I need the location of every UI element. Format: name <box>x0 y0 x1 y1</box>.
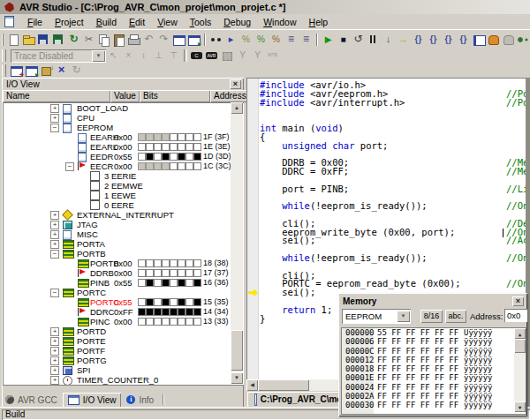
bit-clear[interactable] <box>170 318 178 326</box>
undo-button[interactable] <box>141 33 156 47</box>
bit-set[interactable] <box>162 308 170 316</box>
bit-unused[interactable] <box>154 133 162 141</box>
title-bar[interactable]: AVR Studio - [C:\Prog_AVR_C\mon_projet\m… <box>0 0 530 14</box>
memory-row[interactable]: 000012FF FF FF FF FF FFÿÿÿÿÿÿ <box>342 356 526 364</box>
bit-set[interactable] <box>193 279 201 287</box>
checkbox[interactable] <box>90 191 100 200</box>
bit-clear[interactable] <box>178 269 186 277</box>
net2-button[interactable] <box>250 49 265 63</box>
io-register-row[interactable]: −EECR0x001C (3C) <box>4 161 244 171</box>
bit-unused[interactable] <box>154 162 162 170</box>
menu-debug[interactable]: Debug <box>217 15 257 29</box>
io-group-row[interactable]: +SPI <box>4 365 244 375</box>
bit-clear[interactable] <box>162 259 170 267</box>
code-line[interactable]: while(!eeprom_is_ready());//On <box>260 254 526 263</box>
io-bit-row[interactable]: 3 EERIE <box>4 171 244 181</box>
io-group-row[interactable]: −EEPROM <box>4 123 244 132</box>
pct2-button[interactable] <box>254 33 269 47</box>
scrollbar-thumb[interactable] <box>258 379 309 391</box>
memory-row[interactable]: 00000055 FF FF FF FF FFUÿÿÿÿÿ <box>342 328 526 337</box>
bit-clear[interactable] <box>138 143 146 151</box>
stepin-button[interactable] <box>381 33 396 47</box>
bit-clear[interactable] <box>193 143 201 151</box>
io-group-row[interactable]: +JTAG <box>4 220 244 229</box>
bit-clear[interactable] <box>186 162 193 170</box>
bit-clear[interactable] <box>146 143 154 151</box>
toggle-8-16-button[interactable]: 8/16 <box>420 310 443 323</box>
expand-icon[interactable]: + <box>50 230 59 239</box>
delx-button[interactable] <box>121 49 136 63</box>
expand-icon[interactable]: + <box>50 240 59 249</box>
memory-row[interactable]: 00002AFF FF FF FF FF FFÿÿÿÿÿÿ <box>342 392 526 401</box>
watch-button[interactable] <box>516 33 530 47</box>
expand-icon[interactable]: + <box>50 366 59 375</box>
close-icon[interactable]: × <box>512 296 524 306</box>
bit-set[interactable] <box>162 298 170 306</box>
io-group-row[interactable]: +PORTG <box>4 356 244 365</box>
bit-clear[interactable] <box>186 279 193 287</box>
bit-unused[interactable] <box>138 162 146 170</box>
bit-clear[interactable] <box>170 162 178 170</box>
io-group-row[interactable]: +PORTE <box>4 336 244 346</box>
io-group-row[interactable]: +EXTERNAL_INTERRUPT <box>4 210 244 220</box>
code-line[interactable]: unsigned char port; <box>260 142 526 151</box>
memory-scrollbar[interactable]: ▲ ▼ <box>514 328 526 412</box>
totop-button[interactable] <box>166 49 181 63</box>
collapse-icon[interactable]: − <box>50 250 59 259</box>
bit-clear[interactable] <box>186 298 193 306</box>
bit-set[interactable] <box>193 308 201 316</box>
memory-title-bar[interactable]: Memory × <box>340 295 526 307</box>
bit-clear[interactable] <box>178 143 186 151</box>
copy-button[interactable] <box>96 33 111 47</box>
code-line[interactable]: sei();//Ac <box>260 236 526 245</box>
menu-window[interactable]: Window <box>257 15 302 29</box>
io-group-row[interactable]: +TIMER_COUNTER_0 <box>4 375 244 385</box>
pct1-button[interactable] <box>238 33 254 47</box>
expand-icon[interactable]: + <box>50 376 59 385</box>
saveall-button[interactable] <box>51 33 66 47</box>
io-view-title-bar[interactable]: I/O View × <box>3 79 243 91</box>
open-button[interactable] <box>21 33 36 47</box>
memory-grid[interactable]: 00000055 FF FF FF FF FFUÿÿÿÿÿ000006FF FF… <box>341 327 526 415</box>
shownext-button[interactable] <box>396 33 411 47</box>
source-code[interactable]: #include <avr/io.h>#include <avr/eeprom.… <box>260 81 526 323</box>
redo-button[interactable] <box>156 33 171 47</box>
bit-set[interactable] <box>178 308 186 316</box>
winrun-button[interactable] <box>24 64 39 78</box>
findnext-button[interactable] <box>223 33 238 47</box>
bit-clear[interactable] <box>193 259 201 267</box>
save-button[interactable] <box>36 33 51 47</box>
new-button[interactable] <box>6 33 21 47</box>
io-group-row[interactable]: −PORTB <box>4 249 244 259</box>
memory-window[interactable]: Memory × EEPROM ▼ 8/16 abc. Address: 0x0… <box>338 293 527 416</box>
pause-button[interactable] <box>366 33 381 47</box>
expand-icon[interactable]: + <box>50 337 59 346</box>
bit-clear[interactable] <box>178 259 186 267</box>
bit-clear[interactable] <box>193 162 201 170</box>
winplus-button[interactable] <box>9 64 24 78</box>
bit-set[interactable] <box>186 308 193 316</box>
io-group-row[interactable]: +PORTF <box>4 346 244 356</box>
pkg-button[interactable] <box>39 64 54 78</box>
io-register-row[interactable]: EEDR0x551D (3D) <box>4 152 244 161</box>
io-register-row[interactable]: EEARL0x001E (3E) <box>4 142 244 152</box>
bit-clear[interactable] <box>170 298 178 306</box>
bit-set[interactable] <box>146 153 154 161</box>
collapse-icon[interactable]: − <box>50 289 59 297</box>
bit-clear[interactable] <box>170 259 178 267</box>
paste-button[interactable] <box>111 33 126 47</box>
bit-set[interactable] <box>162 153 170 161</box>
bit-set[interactable] <box>178 279 186 287</box>
bit-clear[interactable] <box>154 318 162 326</box>
bluex-button[interactable] <box>54 64 69 78</box>
brace3-button[interactable] <box>441 33 456 47</box>
column-header-bits[interactable]: Bits <box>140 90 210 102</box>
code-line[interactable]: DDRC = 0xFF;//Me <box>260 168 526 176</box>
address-input[interactable]: 0x0 <box>504 309 527 322</box>
bit-clear[interactable] <box>178 133 186 141</box>
reset-button[interactable] <box>351 33 366 47</box>
net1-button[interactable] <box>235 49 250 63</box>
io-register-row[interactable]: DDRC0xFF14 (34) <box>4 307 244 317</box>
io-group-row[interactable]: −PORTC <box>4 288 244 297</box>
bit-clear[interactable] <box>146 318 154 326</box>
